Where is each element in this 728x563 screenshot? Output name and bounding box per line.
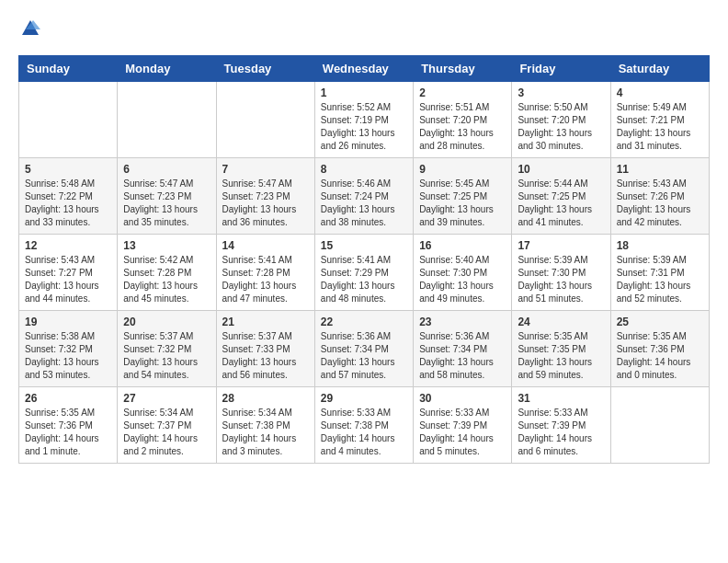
day-number: 25 — [617, 316, 703, 328]
day-number: 19 — [25, 316, 111, 328]
weekday-header-saturday: Saturday — [610, 56, 709, 82]
cell-info: Sunrise: 5:52 AM Sunset: 7:19 PM Dayligh… — [321, 101, 407, 153]
weekday-header-sunday: Sunday — [19, 56, 118, 82]
calendar-cell: 26Sunrise: 5:35 AM Sunset: 7:36 PM Dayli… — [19, 387, 118, 464]
weekday-header-wednesday: Wednesday — [314, 56, 413, 82]
cell-info: Sunrise: 5:47 AM Sunset: 7:23 PM Dayligh… — [222, 178, 309, 229]
calendar-cell: 16Sunrise: 5:40 AM Sunset: 7:30 PM Dayli… — [414, 235, 512, 311]
day-number: 14 — [222, 239, 309, 252]
cell-info: Sunrise: 5:43 AM Sunset: 7:27 PM Dayligh… — [25, 254, 111, 305]
cell-info: Sunrise: 5:39 AM Sunset: 7:30 PM Dayligh… — [518, 254, 604, 305]
calendar-cell: 7Sunrise: 5:47 AM Sunset: 7:23 PM Daylig… — [216, 158, 314, 235]
calendar-cell: 27Sunrise: 5:34 AM Sunset: 7:37 PM Dayli… — [118, 387, 216, 464]
calendar-cell — [118, 82, 216, 158]
calendar-cell: 15Sunrise: 5:41 AM Sunset: 7:29 PM Dayli… — [314, 235, 413, 311]
day-number: 15 — [321, 239, 407, 252]
calendar-cell — [610, 387, 709, 464]
calendar-cell: 31Sunrise: 5:33 AM Sunset: 7:39 PM Dayli… — [512, 387, 610, 464]
cell-info: Sunrise: 5:33 AM Sunset: 7:38 PM Dayligh… — [321, 407, 407, 458]
day-number: 4 — [617, 86, 703, 99]
calendar-cell: 6Sunrise: 5:47 AM Sunset: 7:23 PM Daylig… — [118, 158, 216, 235]
calendar-cell — [19, 82, 118, 158]
calendar-cell: 22Sunrise: 5:36 AM Sunset: 7:34 PM Dayli… — [314, 311, 413, 387]
calendar-cell: 8Sunrise: 5:46 AM Sunset: 7:24 PM Daylig… — [314, 158, 413, 235]
calendar-cell: 12Sunrise: 5:43 AM Sunset: 7:27 PM Dayli… — [19, 235, 118, 311]
cell-info: Sunrise: 5:42 AM Sunset: 7:28 PM Dayligh… — [123, 254, 210, 305]
cell-info: Sunrise: 5:34 AM Sunset: 7:38 PM Dayligh… — [222, 407, 309, 458]
weekday-header-row: SundayMondayTuesdayWednesdayThursdayFrid… — [19, 56, 710, 82]
calendar-cell: 24Sunrise: 5:35 AM Sunset: 7:35 PM Dayli… — [512, 311, 610, 387]
cell-info: Sunrise: 5:51 AM Sunset: 7:20 PM Dayligh… — [419, 101, 506, 153]
day-number: 6 — [123, 163, 210, 176]
week-row-5: 26Sunrise: 5:35 AM Sunset: 7:36 PM Dayli… — [19, 387, 710, 464]
day-number: 27 — [123, 392, 210, 405]
calendar-cell: 19Sunrise: 5:38 AM Sunset: 7:32 PM Dayli… — [19, 311, 118, 387]
day-number: 31 — [518, 392, 604, 405]
cell-info: Sunrise: 5:39 AM Sunset: 7:31 PM Dayligh… — [617, 254, 703, 305]
calendar-cell: 14Sunrise: 5:41 AM Sunset: 7:28 PM Dayli… — [216, 235, 314, 311]
day-number: 12 — [25, 239, 111, 252]
calendar-cell: 25Sunrise: 5:35 AM Sunset: 7:36 PM Dayli… — [610, 311, 709, 387]
day-number: 30 — [419, 392, 506, 405]
cell-info: Sunrise: 5:35 AM Sunset: 7:36 PM Dayligh… — [617, 330, 703, 382]
day-number: 3 — [518, 86, 604, 99]
day-number: 1 — [321, 86, 407, 99]
day-number: 5 — [25, 163, 111, 176]
cell-info: Sunrise: 5:34 AM Sunset: 7:37 PM Dayligh… — [123, 407, 210, 458]
cell-info: Sunrise: 5:47 AM Sunset: 7:23 PM Dayligh… — [123, 178, 210, 229]
day-number: 23 — [419, 316, 506, 328]
calendar-cell: 30Sunrise: 5:33 AM Sunset: 7:39 PM Dayli… — [414, 387, 512, 464]
day-number: 18 — [617, 239, 703, 252]
calendar-cell: 5Sunrise: 5:48 AM Sunset: 7:22 PM Daylig… — [19, 158, 118, 235]
weekday-header-monday: Monday — [118, 56, 216, 82]
day-number: 16 — [419, 239, 506, 252]
week-row-2: 5Sunrise: 5:48 AM Sunset: 7:22 PM Daylig… — [19, 158, 710, 235]
cell-info: Sunrise: 5:36 AM Sunset: 7:34 PM Dayligh… — [321, 330, 407, 382]
calendar-cell: 17Sunrise: 5:39 AM Sunset: 7:30 PM Dayli… — [512, 235, 610, 311]
cell-info: Sunrise: 5:38 AM Sunset: 7:32 PM Dayligh… — [25, 330, 111, 382]
week-row-4: 19Sunrise: 5:38 AM Sunset: 7:32 PM Dayli… — [19, 311, 710, 387]
calendar-cell: 3Sunrise: 5:50 AM Sunset: 7:20 PM Daylig… — [512, 82, 610, 158]
cell-info: Sunrise: 5:33 AM Sunset: 7:39 PM Dayligh… — [419, 407, 506, 458]
calendar-cell: 18Sunrise: 5:39 AM Sunset: 7:31 PM Dayli… — [610, 235, 709, 311]
calendar-cell: 29Sunrise: 5:33 AM Sunset: 7:38 PM Dayli… — [314, 387, 413, 464]
weekday-header-tuesday: Tuesday — [216, 56, 314, 82]
cell-info: Sunrise: 5:43 AM Sunset: 7:26 PM Dayligh… — [617, 178, 703, 229]
weekday-header-thursday: Thursday — [414, 56, 512, 82]
cell-info: Sunrise: 5:40 AM Sunset: 7:30 PM Dayligh… — [419, 254, 506, 305]
cell-info: Sunrise: 5:41 AM Sunset: 7:29 PM Dayligh… — [321, 254, 407, 305]
week-row-3: 12Sunrise: 5:43 AM Sunset: 7:27 PM Dayli… — [19, 235, 710, 311]
cell-info: Sunrise: 5:48 AM Sunset: 7:22 PM Dayligh… — [25, 178, 111, 229]
day-number: 7 — [222, 163, 309, 176]
calendar-cell: 28Sunrise: 5:34 AM Sunset: 7:38 PM Dayli… — [216, 387, 314, 464]
page-header — [18, 18, 710, 40]
logo-icon — [20, 18, 40, 39]
calendar-cell: 11Sunrise: 5:43 AM Sunset: 7:26 PM Dayli… — [610, 158, 709, 235]
calendar-cell: 1Sunrise: 5:52 AM Sunset: 7:19 PM Daylig… — [314, 82, 413, 158]
day-number: 28 — [222, 392, 309, 405]
cell-info: Sunrise: 5:46 AM Sunset: 7:24 PM Dayligh… — [321, 178, 407, 229]
day-number: 29 — [321, 392, 407, 405]
calendar-cell: 4Sunrise: 5:49 AM Sunset: 7:21 PM Daylig… — [610, 82, 709, 158]
day-number: 26 — [25, 392, 111, 405]
cell-info: Sunrise: 5:33 AM Sunset: 7:39 PM Dayligh… — [518, 407, 604, 458]
week-row-1: 1Sunrise: 5:52 AM Sunset: 7:19 PM Daylig… — [19, 82, 710, 158]
day-number: 10 — [518, 163, 604, 176]
cell-info: Sunrise: 5:35 AM Sunset: 7:35 PM Dayligh… — [518, 330, 604, 382]
calendar-cell: 20Sunrise: 5:37 AM Sunset: 7:32 PM Dayli… — [118, 311, 216, 387]
day-number: 22 — [321, 316, 407, 328]
cell-info: Sunrise: 5:50 AM Sunset: 7:20 PM Dayligh… — [518, 101, 604, 153]
cell-info: Sunrise: 5:35 AM Sunset: 7:36 PM Dayligh… — [25, 407, 111, 458]
cell-info: Sunrise: 5:41 AM Sunset: 7:28 PM Dayligh… — [222, 254, 309, 305]
calendar-cell: 23Sunrise: 5:36 AM Sunset: 7:34 PM Dayli… — [414, 311, 512, 387]
calendar-cell — [216, 82, 314, 158]
calendar-cell: 13Sunrise: 5:42 AM Sunset: 7:28 PM Dayli… — [118, 235, 216, 311]
cell-info: Sunrise: 5:37 AM Sunset: 7:33 PM Dayligh… — [222, 330, 309, 382]
cell-info: Sunrise: 5:36 AM Sunset: 7:34 PM Dayligh… — [419, 330, 506, 382]
day-number: 2 — [419, 86, 506, 99]
calendar-cell: 21Sunrise: 5:37 AM Sunset: 7:33 PM Dayli… — [216, 311, 314, 387]
cell-info: Sunrise: 5:44 AM Sunset: 7:25 PM Dayligh… — [518, 178, 604, 229]
calendar-cell: 2Sunrise: 5:51 AM Sunset: 7:20 PM Daylig… — [414, 82, 512, 158]
day-number: 13 — [123, 239, 210, 252]
day-number: 20 — [123, 316, 210, 328]
